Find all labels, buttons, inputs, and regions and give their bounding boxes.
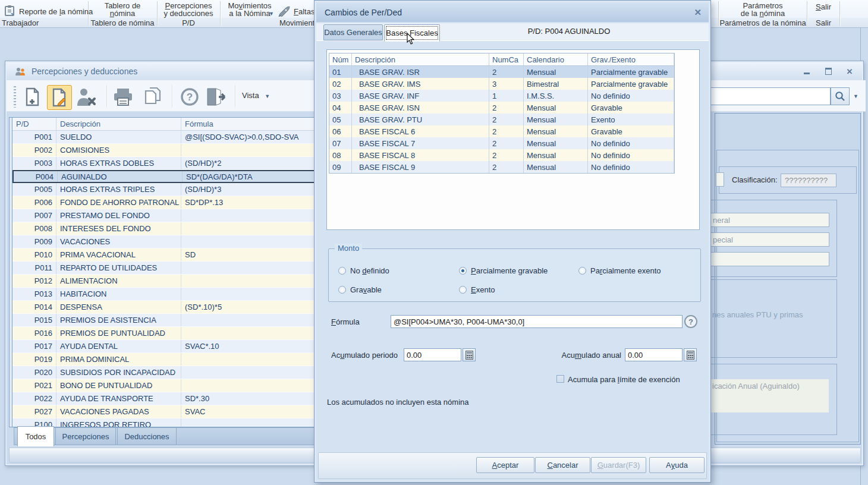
field-fragment-general[interactable]: neral xyxy=(709,213,829,227)
exit-button[interactable] xyxy=(204,85,228,109)
table-row[interactable]: 06 BASE FISCAL 6 2 Mensual Gravable xyxy=(329,125,674,137)
cell-numca: 2 xyxy=(489,125,524,137)
tab-percepciones[interactable]: Percepciones xyxy=(55,427,116,445)
delete-record-button[interactable] xyxy=(74,85,98,109)
column-header-descripcion: Descripción xyxy=(56,118,181,130)
radio-label-no-definido[interactable]: No definido xyxy=(350,266,389,275)
radio-label-gravable[interactable]: Gravable xyxy=(350,285,382,294)
guardar-button: Guardar(F3) xyxy=(591,457,646,473)
cell-pd: P017 xyxy=(12,340,56,352)
maximize-button[interactable] xyxy=(822,67,835,76)
tab-deducciones[interactable]: Deducciones xyxy=(117,427,177,445)
radio-parcialmente-gravable[interactable] xyxy=(459,267,467,275)
ribbon-button-faltas[interactable]: Faltas xyxy=(294,7,315,16)
cell-descripcion: BONO DE PUNTUALIDAD xyxy=(56,379,181,392)
radio-label-parcialmente-exento[interactable]: Parcialmente exento xyxy=(590,266,661,275)
cell-pd: P016 xyxy=(12,327,56,339)
dialog-button-strip: Aceptar Cancelar Guardar(F3) Ayuda xyxy=(318,452,707,479)
ribbon-separator xyxy=(839,1,840,26)
cell-descripcion: BASE GRAV. INF xyxy=(352,90,489,102)
table-row[interactable]: 09 BASE FISCAL 9 2 Mensual No definido xyxy=(329,161,674,173)
cell-numca: 3 xyxy=(489,78,524,90)
table-row[interactable]: 08 BASE FISCAL 8 2 Mensual No definido xyxy=(329,149,674,161)
help-button[interactable]: ? xyxy=(178,85,202,109)
cell-pd: P008 xyxy=(12,222,56,235)
cell-grav-exento: Gravable xyxy=(588,102,674,114)
ribbon-button-reporte-nomina[interactable]: Reporte de la nómina xyxy=(19,7,93,16)
cell-descripcion: BASE FISCAL 9 xyxy=(352,161,489,173)
cell-pd: P019 xyxy=(12,353,56,366)
cell-num: 07 xyxy=(329,137,352,149)
field-empty[interactable] xyxy=(709,252,829,266)
vista-dropdown[interactable]: Vista ▼ xyxy=(242,91,270,100)
search-button[interactable] xyxy=(831,87,850,105)
calculator-button[interactable] xyxy=(463,348,476,361)
radio-no-definido[interactable] xyxy=(338,267,346,275)
radio-parcialmente-exento[interactable] xyxy=(578,267,586,275)
acumulado-anual-input[interactable] xyxy=(625,348,683,361)
table-row[interactable]: 04 BASE GRAV. ISN 2 Mensual Gravable xyxy=(329,102,674,114)
toolbar-grip[interactable] xyxy=(14,86,16,108)
cell-num: 06 xyxy=(329,125,352,137)
radio-exento[interactable] xyxy=(459,286,467,294)
tab-datos-generales[interactable]: Datos Generales xyxy=(323,24,383,40)
toolbar-separator xyxy=(172,85,172,108)
formula-help-button[interactable]: ? xyxy=(684,315,697,328)
tab-todos[interactable]: Todos xyxy=(17,426,54,446)
report-icon xyxy=(4,5,17,17)
bases-grid-header: Núm Descripción NumCa Calendario Grav./E… xyxy=(329,53,674,66)
formula-label: Fórmula xyxy=(331,317,360,326)
calculator-icon xyxy=(466,351,473,360)
cell-calendario: Mensual xyxy=(524,114,588,125)
print-button[interactable] xyxy=(111,85,135,109)
close-window-button[interactable]: ✕ xyxy=(843,67,856,76)
table-row[interactable]: 03 BASE GRAV. INF 1 I.M.S.S. No definido xyxy=(329,90,674,102)
column-header-calendario: Calendario xyxy=(524,53,588,65)
formula-input[interactable] xyxy=(391,315,683,328)
table-row[interactable]: 07 BASE FISCAL 7 2 Mensual No definido xyxy=(329,137,674,149)
field-fragment-especial[interactable]: pecial xyxy=(709,232,829,247)
ribbon-group-pd: P/D xyxy=(158,18,219,27)
cell-descripcion: FONDO DE AHORRO PATRONAL xyxy=(56,196,181,209)
copy-button[interactable] xyxy=(141,85,165,109)
ribbon-group-trabajador: Trabajador xyxy=(2,18,39,27)
faltas-icon xyxy=(277,5,293,17)
cell-pd: P020 xyxy=(12,366,56,379)
acumulados-note: Los acumulados no incluyen esta nómina xyxy=(327,398,468,407)
acumula-limite-checkbox[interactable] xyxy=(556,375,564,383)
table-row[interactable]: 01 BASE GRAV. ISR 2 Mensual Parcialmente… xyxy=(329,66,674,78)
ribbon-button-tablero-line2[interactable]: nómina xyxy=(89,9,156,18)
calculator-button[interactable] xyxy=(684,348,697,361)
ribbon-button-salir[interactable]: Salir xyxy=(808,2,839,11)
clasificacion-field[interactable]: ?????????? xyxy=(781,174,836,187)
radio-gravable[interactable] xyxy=(338,286,346,294)
cell-grav-exento: No definido xyxy=(588,137,674,149)
dialog-tabrow: Datos Generales Bases Fiscales P/D: P004… xyxy=(316,23,709,41)
acumula-limite-label[interactable]: Acumula para límite de exención xyxy=(568,375,680,384)
cancelar-button[interactable]: Cancelar xyxy=(535,457,590,473)
table-row[interactable]: 05 BASE GRAV. PTU 2 Mensual Exento xyxy=(329,114,674,125)
radio-label-parcialmente-gravable[interactable]: Parcialmente gravable xyxy=(471,266,548,275)
cell-pd: P012 xyxy=(12,275,56,287)
aceptar-button[interactable]: Aceptar xyxy=(476,457,534,473)
search-options-arrow[interactable]: ▼ xyxy=(853,93,858,99)
svg-text:?: ? xyxy=(187,92,193,103)
cell-pd: P027 xyxy=(12,405,56,418)
new-record-button[interactable] xyxy=(21,85,45,109)
table-row[interactable]: 02 BASE GRAV. IMS 3 Bimestral Parcialmen… xyxy=(329,78,674,90)
cell-descripcion: SUBSIDIOS POR INCAPACIDAD xyxy=(56,366,181,379)
search-icon xyxy=(835,91,845,102)
ribbon-group-salir: Salir xyxy=(808,18,839,27)
ribbon-group-parametros: Parámetros de la nómina xyxy=(719,18,806,27)
minimize-button[interactable] xyxy=(800,67,813,76)
ayuda-button[interactable]: Ayuda xyxy=(649,457,705,473)
dialog-close-icon[interactable]: ✕ xyxy=(694,7,702,18)
ribbon-separator xyxy=(157,1,158,26)
ribbon-button-percepciones-line2[interactable]: y deducciones xyxy=(158,9,219,18)
ribbon-button-parametros-line2[interactable]: de la nómina xyxy=(721,9,805,18)
acumulado-periodo-input[interactable] xyxy=(404,348,461,361)
radio-label-exento[interactable]: Exento xyxy=(471,285,495,294)
cell-num: 02 xyxy=(329,78,352,90)
cell-descripcion: BASE FISCAL 6 xyxy=(352,125,489,137)
edit-record-button[interactable] xyxy=(47,85,72,110)
